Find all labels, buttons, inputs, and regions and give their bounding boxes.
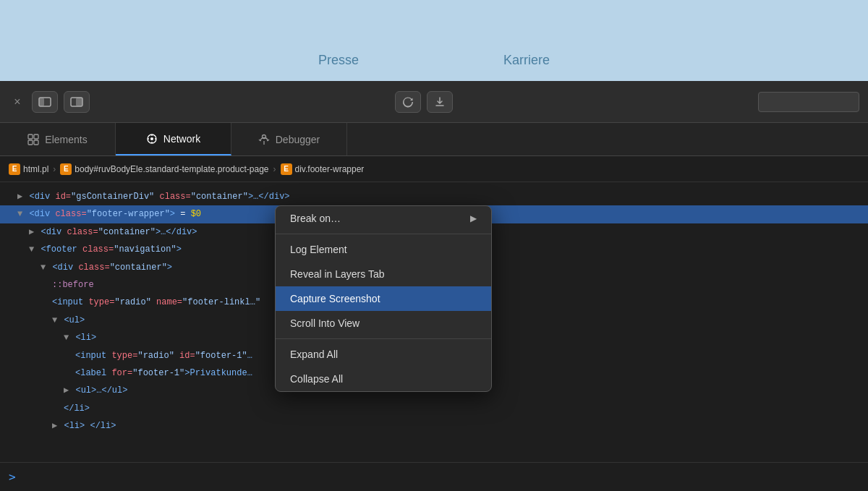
debugger-tab-icon [258,134,270,145]
reload-button[interactable] [395,91,421,113]
tab-elements[interactable]: Elements [0,123,116,155]
breadcrumb-item-body[interactable]: E body#ruvBodyEle.standard-template.prod… [60,163,268,175]
tree-eq: = [175,209,191,219]
tree-attr-11: for= [111,368,132,378]
tree-tag-2a: <div [29,209,55,219]
tree-attr-10b: id= [179,351,195,361]
tree-attr-7b: name= [156,297,182,307]
elements-tab-icon [27,134,39,145]
console-prompt: > [9,470,16,484]
tab-elements-label: Elements [45,134,87,145]
tree-attr-class: class= [159,192,190,202]
tree-line-14[interactable]: ▶ <li> </li> [0,417,868,435]
console-input[interactable] [22,472,859,482]
tree-tag-5: <div [52,262,78,273]
context-menu-scroll-label: Scroll Into View [290,317,359,329]
tree-attr-class2: class= [55,209,86,219]
tree-tag-12: <ul>…</ul> [75,385,127,396]
context-menu-log-label: Log Element [290,244,347,255]
tree-attr-7a: type= [88,297,114,307]
breadcrumb-badge-body: E [60,163,72,175]
tree-tag-8: <ul> [64,315,85,325]
context-menu-expand-all[interactable]: Expand All [276,342,491,367]
tree-attr-5-val: "container" [110,262,167,273]
context-menu-capture-screenshot[interactable]: Capture Screenshot [276,286,491,311]
tree-arrow-4: ▼ [29,244,34,255]
context-menu-collapse-label: Collapse All [290,373,343,385]
context-menu-break-on[interactable]: Break on… ▶ [276,206,491,231]
breadcrumb-sep-1: › [53,164,56,174]
tree-tag-11a: <label [75,368,111,378]
context-menu: Break on… ▶ Log Element Reveal in Layers… [275,205,492,392]
tree-arrow-14: ▶ [52,421,57,431]
context-menu-break-on-label: Break on… [290,213,341,224]
context-menu-reveal-layers[interactable]: Reveal in Layers Tab [276,262,491,286]
svg-rect-4 [28,135,33,139]
tree-arrow-9: ▼ [64,333,69,343]
tree-tag-7b [151,297,156,307]
breadcrumb-badge-html: E [9,163,20,175]
main-content: ▶ <div id="gsContainerDiv" class="contai… [0,182,868,462]
context-menu-collapse-all[interactable]: Collapse All [276,367,491,391]
breadcrumb-item-html[interactable]: E html.pl [9,163,48,175]
browser-preview: Presse Karriere [0,0,868,81]
breadcrumb-label-html: html.pl [23,164,48,174]
context-menu-reveal-label: Reveal in Layers Tab [290,268,384,280]
tree-attr-10a: type= [111,351,137,361]
tree-tag-3: <div [41,227,67,237]
tree-attr-11-val: "footer-1" [132,368,184,378]
tree-tag-4b: > [176,244,182,255]
tree-attr-4: class= [82,244,114,255]
close-button[interactable]: × [9,91,26,113]
svg-rect-3 [76,98,82,106]
tab-debugger-label: Debugger [276,134,320,145]
tree-attr-10a-val: "radio" [137,351,174,361]
tree-line-13[interactable]: </li> [0,400,868,417]
breadcrumb-label-footer: div.footer-wrapper [295,164,365,174]
tab-network-label: Network [163,133,200,145]
tree-attr-10b-val: "footer-1" [195,351,247,361]
submenu-arrow-icon: ▶ [470,213,477,223]
dock-button-2[interactable] [64,91,90,113]
tree-attr-4-val: "navigation" [114,244,176,255]
toolbar-search[interactable] [758,92,859,112]
context-menu-expand-label: Expand All [290,349,338,360]
svg-rect-7 [34,140,38,145]
tree-arrow-8: ▼ [52,315,57,325]
breadcrumb: E html.pl › E body#ruvBodyEle.standard-t… [0,156,868,182]
context-menu-scroll-into-view[interactable]: Scroll Into View [276,311,491,336]
tree-line-1[interactable]: ▶ <div id="gsContainerDiv" class="contai… [0,188,868,205]
dock-button-1[interactable] [32,91,58,113]
center-toolbar-buttons [395,91,453,113]
tree-arrow-3: ▶ [29,227,34,237]
tree-tag-10: <input [75,351,111,361]
svg-point-9 [150,137,153,140]
tree-tag-14: <li> </li> [64,421,116,431]
tree-arrow-12: ▶ [64,385,69,396]
breadcrumb-badge-footer: E [281,163,292,175]
network-tab-icon [146,133,158,145]
breadcrumb-item-footer[interactable]: E div.footer-wrapper [281,163,365,175]
breadcrumb-label-body: body#ruvBodyEle.standard-template.produc… [75,164,268,174]
tab-debugger[interactable]: Debugger [231,123,347,155]
tree-attr-5: class= [78,262,109,273]
tree-attr-class2-val: "footer-wrapper" [87,209,170,219]
tab-network[interactable]: Network [116,123,231,155]
preview-text-presse: Presse [318,53,359,75]
tree-arrow-1: ▶ [17,192,22,202]
tree-attr-id-val: "gsContainerDiv" [71,192,154,202]
download-icon [434,96,446,108]
download-button[interactable] [427,91,453,113]
tree-tag-5b: > [167,262,172,273]
svg-rect-6 [28,140,33,145]
tree-tag-3b: >…</div> [156,227,197,237]
tree-tag-7: <input [52,297,88,307]
preview-text-karriere: Karriere [503,53,550,75]
tree-arrow-2: ▼ [17,209,22,219]
tab-bar: Elements Network Debugger [0,123,868,156]
tree-attr-3-val: "container" [98,227,156,237]
tree-tag-4: <footer [41,244,82,255]
tree-tag-13: </li> [64,404,90,414]
context-menu-log-element[interactable]: Log Element [276,237,491,262]
tree-pseudo: ::before [52,280,94,290]
